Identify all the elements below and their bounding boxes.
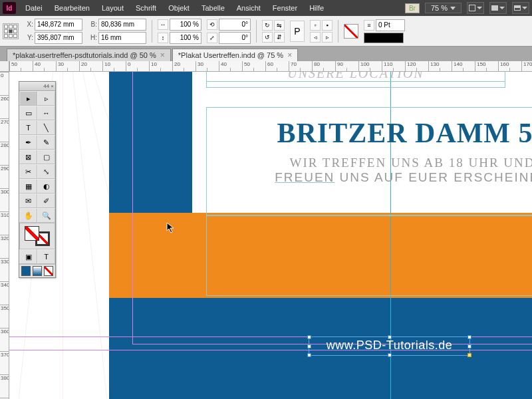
workspace: 5040302010010203040506070809010011012013…: [0, 61, 532, 399]
gap-tool[interactable]: ↔: [37, 106, 55, 120]
app-logo: Id: [3, 2, 16, 14]
apply-gradient-swatch[interactable]: [33, 266, 42, 276]
fill-stroke-control[interactable]: [19, 223, 55, 249]
flip-v-icon[interactable]: ⇵: [274, 32, 285, 43]
free-transform-tool[interactable]: ⤡: [37, 164, 55, 179]
subtitle-line-1: WIR TREFFEN UNS AB 18 UHR UND: [207, 156, 532, 170]
canvas[interactable]: UNSERE LOCATION BRITZER DAMM 51 WIR TREF…: [9, 72, 532, 399]
horizontal-ruler[interactable]: 5040302010010203040506070809010011012013…: [9, 61, 532, 72]
scale-x-input[interactable]: [170, 19, 201, 31]
formatting-container-icon[interactable]: ▣: [19, 249, 37, 264]
selection-handle[interactable]: [307, 335, 311, 339]
scale-y-input[interactable]: [170, 32, 201, 44]
menu-help[interactable]: Hilfe: [304, 4, 329, 12]
note-tool[interactable]: ✉: [19, 194, 37, 208]
tools-panel-header[interactable]: 44 ×: [19, 82, 55, 91]
rotate-input[interactable]: [219, 19, 251, 31]
vertical-ruler[interactable]: 0260270280290300310320330340350360370380…: [0, 72, 9, 399]
view-options-button[interactable]: [467, 2, 484, 14]
formatting-text-icon[interactable]: T: [37, 249, 55, 264]
selection-handle[interactable]: [388, 353, 392, 357]
select-next-icon[interactable]: ▹: [322, 32, 332, 43]
reference-point[interactable]: [3, 23, 19, 39]
stroke-weight-input[interactable]: [376, 19, 405, 31]
rotate-ccw-icon[interactable]: ↺: [262, 32, 273, 43]
close-icon[interactable]: ×: [160, 51, 165, 60]
direct-selection-tool[interactable]: ▹: [37, 91, 55, 106]
gradient-swatch-tool[interactable]: ▦: [19, 179, 37, 194]
bridge-button[interactable]: Br: [405, 3, 420, 13]
text-frame-orange[interactable]: [206, 215, 532, 296]
close-icon[interactable]: ×: [287, 51, 292, 60]
menu-window[interactable]: Fenster: [267, 4, 303, 12]
eyedropper-tool[interactable]: ✐: [37, 194, 55, 208]
pencil-tool[interactable]: ✎: [37, 135, 55, 150]
selection-handle[interactable]: [467, 344, 471, 348]
type-tool[interactable]: T: [19, 120, 37, 135]
shear-icon: ⤢: [207, 33, 217, 43]
title-text: BRITZER DAMM 51: [207, 117, 532, 149]
line-tool[interactable]: ╲: [37, 120, 55, 135]
tab-label: *plakat-usertreffen-psdtutorials.indd @ …: [13, 51, 156, 59]
y-input[interactable]: [35, 32, 82, 44]
menu-layout[interactable]: Layout: [96, 4, 129, 12]
screen-mode-button[interactable]: [489, 2, 507, 14]
chevron-down-icon: [477, 7, 482, 9]
menu-file[interactable]: Datei: [20, 4, 48, 12]
stroke-style-dropdown[interactable]: [364, 33, 404, 43]
apply-color-swatch[interactable]: [21, 266, 31, 276]
x-input[interactable]: [35, 19, 82, 31]
rectangle-tool[interactable]: ▢: [37, 150, 55, 164]
document-tabs: *plakat-usertreffen-psdtutorials.indd @ …: [0, 47, 532, 61]
rectangle-frame-tool[interactable]: ⊠: [19, 150, 37, 164]
menu-type[interactable]: Schrift: [130, 4, 162, 12]
selection-handle-overset[interactable]: [467, 353, 471, 357]
gradient-feather-tool[interactable]: ◐: [37, 179, 55, 194]
fill-swatch-icon[interactable]: [25, 226, 39, 241]
y-label: Y:: [24, 34, 33, 41]
selection-tool[interactable]: ▸: [19, 91, 37, 106]
pen-tool[interactable]: ✒: [19, 135, 37, 150]
select-content-icon[interactable]: ▪: [322, 20, 332, 31]
menu-table[interactable]: Tabelle: [196, 4, 230, 12]
text-frame-location-header[interactable]: UNSERE LOCATION: [206, 72, 505, 88]
menu-view[interactable]: Ansicht: [231, 4, 266, 12]
h-label: H:: [88, 34, 97, 41]
tools-panel: 44 × ▸ ▹ ▭ ↔ T ╲ ✒ ✎ ⊠ ▢ ✂ ⤡ ▦ ◐ ✉ ✐ ✋ 🔍: [19, 81, 56, 278]
stroke-weight-icon: ≡: [364, 20, 374, 31]
scissors-tool[interactable]: ✂: [19, 164, 37, 179]
menu-edit[interactable]: Bearbeiten: [49, 4, 95, 12]
rotate-icon: ⟲: [207, 19, 217, 30]
zoom-dropdown[interactable]: 75 %: [425, 3, 462, 13]
tab-doc-2[interactable]: *Plakat Usertreffen.indd @ 75 %×: [172, 49, 298, 61]
menu-object[interactable]: Objekt: [163, 4, 195, 12]
tab-doc-1[interactable]: *plakat-usertreffen-psdtutorials.indd @ …: [7, 49, 171, 61]
selection-handle[interactable]: [388, 335, 392, 339]
select-container-icon[interactable]: ▫: [310, 20, 321, 31]
select-prev-icon[interactable]: ◃: [310, 32, 321, 43]
cursor-pointer: [166, 222, 176, 234]
tab-label: *Plakat Usertreffen.indd @ 75 %: [178, 51, 283, 59]
default-colors-row: [19, 264, 55, 277]
shear-input[interactable]: [219, 32, 251, 44]
hand-tool[interactable]: ✋: [19, 208, 37, 223]
zoom-tool[interactable]: 🔍: [37, 208, 55, 223]
chevron-down-icon: [522, 7, 527, 9]
selection-handle[interactable]: [307, 353, 311, 357]
text-frame-main[interactable]: BRITZER DAMM 51 WIR TREFFEN UNS AB 18 UH…: [206, 107, 532, 215]
ruler-origin[interactable]: [0, 61, 9, 72]
selection-handle[interactable]: [467, 335, 471, 339]
flip-h-icon[interactable]: ⇋: [274, 20, 285, 31]
rotate-cw-icon[interactable]: ↻: [262, 20, 273, 31]
page-tool[interactable]: ▭: [19, 106, 37, 120]
w-input[interactable]: [98, 19, 146, 31]
selected-text-frame[interactable]: www.PSD-Tutorials.de: [309, 336, 470, 356]
character-panel-icon[interactable]: P: [290, 21, 305, 42]
chevron-down-icon: [499, 7, 505, 9]
apply-none-swatch[interactable]: [44, 266, 53, 276]
selection-handle[interactable]: [307, 344, 311, 348]
arrange-docs-button[interactable]: [512, 2, 529, 14]
fill-swatch[interactable]: [344, 24, 358, 39]
h-input[interactable]: [98, 32, 146, 44]
scale-x-icon: ↔: [158, 19, 168, 30]
